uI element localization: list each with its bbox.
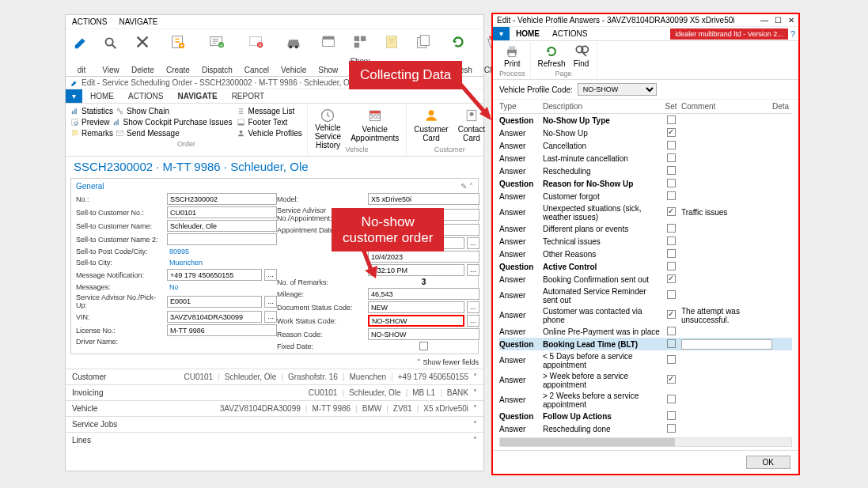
vpa-row[interactable]: AnswerRescheduling done (499, 422, 792, 434)
tab-report[interactable]: REPORT (226, 89, 271, 103)
set-checkbox[interactable] (667, 262, 676, 270)
close-icon[interactable]: ✕ (788, 16, 794, 25)
field-lookup[interactable]: ... (467, 237, 479, 249)
field-input[interactable] (167, 206, 277, 218)
bg-nav-actions[interactable]: ACTIONS (72, 17, 107, 26)
set-checkbox[interactable] (667, 166, 676, 175)
field-input[interactable] (167, 193, 277, 205)
vpa-row[interactable]: QuestionBooking Lead Time (BLT) (499, 338, 792, 350)
vpa-row[interactable]: QuestionNo-Show Up Type (499, 114, 792, 127)
field-input[interactable] (167, 324, 277, 336)
set-checkbox[interactable] (667, 290, 676, 299)
col-comment[interactable]: Comment (681, 102, 772, 111)
set-checkbox[interactable] (667, 375, 676, 384)
vpa-row[interactable]: AnswerRescheduling (499, 165, 792, 177)
field-lookup[interactable]: ... (264, 269, 277, 281)
order-item[interactable]: Message List (235, 106, 303, 116)
main-file-menu[interactable]: ▾ (66, 89, 82, 103)
field-link[interactable]: 80995 (167, 247, 191, 256)
field-link[interactable]: No (167, 282, 181, 292)
ribbon-big-item[interactable]: 365Vehicle Appointments (347, 106, 403, 144)
set-checkbox[interactable] (667, 355, 676, 364)
field-input[interactable] (167, 296, 262, 308)
section-row-customer[interactable]: CustomerCU0101|Schleuder, Ole|Grashofstr… (66, 369, 483, 384)
vpa-row[interactable]: AnswerDifferent plans or events (499, 222, 792, 235)
set-checkbox[interactable] (667, 411, 676, 420)
order-item[interactable]: StatisticsShow Chain (69, 106, 233, 116)
section-gear-icon[interactable]: ✎ ˄ (461, 182, 473, 191)
ribbon-big-item[interactable]: Vehicle Service History (311, 106, 345, 144)
vpa-row[interactable]: AnswerLast-minute cancellation (499, 152, 792, 165)
col-description[interactable]: Description (543, 102, 661, 111)
bg-tb-delete[interactable]: Delete (127, 32, 159, 76)
field-input[interactable] (368, 328, 479, 340)
set-checkbox[interactable] (667, 395, 676, 403)
set-checkbox[interactable] (667, 310, 676, 319)
set-checkbox[interactable] (667, 274, 676, 283)
field-lookup[interactable]: ... (467, 301, 479, 313)
col-type[interactable]: Type (499, 102, 543, 111)
field-input[interactable] (368, 301, 464, 313)
order-item[interactable]: PreviewShow Cockpit Purchase Issues (69, 117, 233, 127)
set-checkbox[interactable] (667, 327, 676, 335)
tab-home[interactable]: HOME (84, 89, 120, 103)
vpa-row[interactable]: AnswerCustomer was contacted via phoneTh… (499, 305, 792, 325)
bg-tb-create[interactable]: Create (161, 32, 195, 76)
bg-tb-dit[interactable]: dit (68, 32, 95, 76)
vpa-row[interactable]: AnswerAutomated Service Reminder sent ou… (499, 286, 792, 305)
bg-tb-cancel[interactable]: Cancel (240, 32, 274, 76)
set-checkbox[interactable] (667, 115, 676, 124)
tab-actions[interactable]: ACTIONS (122, 89, 169, 103)
section-row-vehicle[interactable]: Vehicle3AVZV8104DRA30099|M-TT 9986|BMW|Z… (66, 400, 483, 416)
vpa-code-select[interactable]: NO-SHOW (578, 83, 657, 96)
order-item[interactable]: RemarksSend Message (69, 128, 233, 138)
vpa-row[interactable]: QuestionFollow Up Actions (499, 410, 792, 422)
vpa-row[interactable]: Answer> Week before a service appointmen… (499, 370, 792, 390)
col-deta[interactable]: Deta (772, 102, 792, 111)
vpa-file-menu[interactable]: ▾ (493, 27, 510, 40)
show-fewer-fields[interactable]: ˄ Show fewer fields (66, 356, 483, 369)
vpa-tab-actions[interactable]: ACTIONS (546, 27, 593, 40)
section-header[interactable]: General ✎ ˄ (76, 182, 473, 191)
set-checkbox[interactable] (667, 207, 676, 216)
set-checkbox[interactable] (667, 339, 676, 348)
vpa-row[interactable]: QuestionActive Control (499, 260, 792, 273)
help-icon[interactable]: ? (790, 29, 795, 39)
bg-tb-show[interactable]: Show (313, 32, 343, 76)
vpa-row[interactable]: Answer< 5 Days before a service appointm… (499, 350, 792, 370)
vpa-row[interactable]: AnswerUnexpected situations (sick, weath… (499, 202, 792, 222)
field-checkbox[interactable] (419, 342, 428, 350)
field-lookup[interactable]: ... (467, 315, 479, 327)
refresh-button[interactable]: Refresh (536, 43, 568, 69)
bg-nav-navigate[interactable]: NAVIGATE (119, 17, 157, 26)
field-input[interactable] (368, 264, 464, 276)
set-checkbox[interactable] (667, 128, 676, 137)
field-input[interactable] (368, 288, 479, 300)
set-checkbox[interactable] (667, 236, 676, 245)
col-set[interactable]: Set (661, 102, 681, 111)
minimize-icon[interactable]: ― (760, 16, 768, 25)
find-button[interactable]: Find (571, 43, 592, 69)
print-button[interactable]: Print (502, 43, 523, 69)
field-input[interactable] (368, 315, 464, 327)
field-link[interactable]: Muenchen (167, 258, 205, 267)
ribbon-big-item[interactable]: Customer Card (410, 106, 452, 144)
field-lookup[interactable]: ... (264, 296, 277, 308)
section-row-invoicing[interactable]: InvoicingCU0101|Schleuder, Ole|MB L1|BAN… (66, 384, 483, 400)
order-item[interactable]: Footer Text (235, 117, 303, 127)
set-checkbox[interactable] (667, 424, 676, 433)
vpa-row[interactable]: QuestionReason for No-Show Up (499, 177, 792, 190)
set-checkbox[interactable] (667, 141, 676, 149)
section-row-service jobs[interactable]: Service Jobs ˅ (66, 416, 483, 432)
section-row-lines[interactable]: Lines ˅ (66, 432, 483, 448)
field-input[interactable] (167, 220, 277, 232)
field-lookup[interactable]: ... (467, 264, 479, 276)
field-input[interactable] (167, 311, 262, 323)
bg-tb-vehicle[interactable]: Vehicle (276, 32, 311, 76)
tab-navigate[interactable]: NAVIGATE (171, 89, 223, 103)
field-input[interactable] (167, 233, 277, 245)
vpa-row[interactable]: AnswerNo-Show Up (499, 127, 792, 139)
set-checkbox[interactable] (667, 191, 676, 200)
vpa-row[interactable]: AnswerCustomer forgot (499, 190, 792, 202)
vpa-tab-home[interactable]: HOME (510, 27, 546, 40)
